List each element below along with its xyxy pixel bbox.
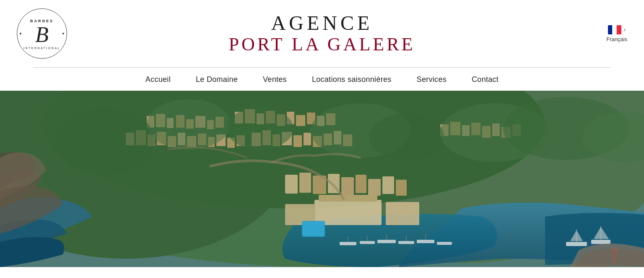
logo-circle: BARNES B INTERNATIONAL [17,8,67,59]
nav-item-accueil[interactable]: Accueil [145,75,171,84]
logo-top-text: BARNES [30,19,54,23]
logo-area[interactable]: BARNES B INTERNATIONAL [17,8,101,59]
logo-bottom-text: INTERNATIONAL [23,47,60,50]
hero-section [0,91,644,267]
nav-item-le-domaine[interactable]: Le Domaine [196,75,238,84]
language-label: Français [606,36,627,42]
nav-item-contact[interactable]: Contact [472,75,499,84]
site-title-area: AGENCE PORT LA GALERE [101,12,543,55]
main-navigation: Accueil Le Domaine Ventes Locations sais… [0,68,644,91]
language-selector[interactable]: › [608,25,626,34]
language-wrapper: › Français [606,25,627,42]
hero-image [0,91,644,267]
nav-item-locations[interactable]: Locations saisonnières [312,75,392,84]
nav-item-services[interactable]: Services [417,75,447,84]
title-subtitle: PORT LA GALERE [101,34,543,55]
language-chevron: › [624,26,626,33]
svg-rect-96 [0,91,644,267]
logo-letter: B [35,24,49,46]
flag-french [608,25,621,34]
language-area: › Français [543,25,627,42]
nav-item-ventes[interactable]: Ventes [263,75,287,84]
title-agence: AGENCE [101,12,543,34]
site-header: BARNES B INTERNATIONAL AGENCE PORT LA GA… [0,0,644,67]
hero-scene [0,91,644,267]
